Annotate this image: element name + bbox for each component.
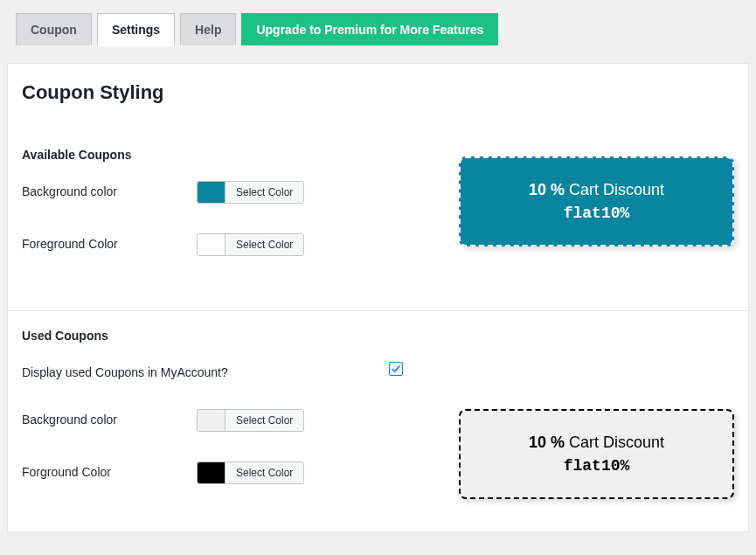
available-preview-line1: 10 % Cart Discount [478, 181, 715, 199]
used-display-label: Display used Coupons in MyAccount? [22, 362, 293, 379]
tabs: Coupon Settings Help Upgrade to Premium … [0, 0, 756, 45]
available-bg-color-picker[interactable]: Select Color [197, 181, 304, 204]
tab-upgrade-premium[interactable]: Upgrade to Premium for More Features [241, 13, 498, 45]
available-fg-swatch [198, 234, 225, 255]
tab-settings[interactable]: Settings [97, 13, 175, 46]
available-bg-swatch [198, 182, 225, 203]
settings-panel: Coupon Styling Available Coupons Backgro… [7, 63, 749, 532]
available-fg-color-picker[interactable]: Select Color [197, 233, 304, 256]
section-divider [8, 310, 748, 311]
available-fg-select-button[interactable]: Select Color [225, 234, 303, 255]
used-fg-label: Forground Color [22, 461, 197, 479]
used-coupons-title: Used Coupons [22, 329, 734, 343]
used-fg-select-button[interactable]: Select Color [225, 462, 303, 483]
used-preview-desc: Cart Discount [569, 434, 664, 451]
available-fg-label: Foreground Color [22, 233, 197, 251]
available-preview-desc: Cart Discount [569, 181, 664, 198]
used-fg-swatch [198, 462, 225, 483]
checkmark-icon [390, 363, 402, 375]
used-preview-line1: 10 % Cart Discount [478, 434, 715, 452]
used-coupon-preview: 10 % Cart Discount flat10% [459, 409, 734, 499]
used-bg-select-button[interactable]: Select Color [225, 410, 303, 431]
tab-help[interactable]: Help [180, 13, 236, 45]
available-coupon-preview: 10 % Cart Discount flat10% [459, 156, 734, 246]
used-bg-label: Background color [22, 409, 197, 427]
available-coupons-title: Available Coupons [22, 148, 424, 162]
available-bg-select-button[interactable]: Select Color [225, 182, 303, 203]
used-bg-swatch [198, 410, 225, 431]
used-display-checkbox[interactable] [389, 362, 403, 376]
available-preview-code: flat10% [478, 205, 715, 222]
used-fg-color-picker[interactable]: Select Color [197, 461, 304, 484]
available-preview-percent: 10 % [529, 181, 565, 198]
tab-coupon[interactable]: Coupon [16, 13, 92, 45]
used-preview-code: flat10% [478, 457, 715, 475]
used-preview-percent: 10 % [529, 434, 565, 451]
page-title: Coupon Styling [22, 81, 734, 104]
available-bg-label: Background color [22, 181, 197, 198]
used-bg-color-picker[interactable]: Select Color [197, 409, 304, 432]
